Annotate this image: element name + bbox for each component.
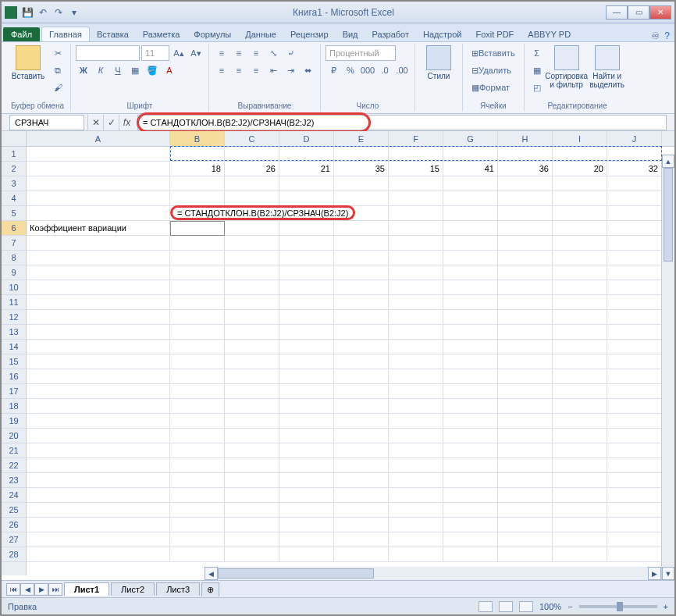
cell-E18[interactable] [334,399,389,414]
cell-I7[interactable] [553,236,607,251]
cell-F6[interactable] [389,221,443,236]
cell-B28[interactable] [170,547,225,562]
row-header-18[interactable]: 18 [2,399,26,414]
cell-D13[interactable] [279,325,334,340]
cell-A23[interactable] [27,473,170,488]
cell-G11[interactable] [443,295,498,310]
cell-G7[interactable] [443,236,498,251]
cell-B4[interactable] [170,191,225,206]
cell-B6[interactable] [170,221,225,236]
number-format-box[interactable]: Процентный [326,45,396,61]
cell-J15[interactable] [607,354,662,369]
cell-F14[interactable] [389,340,443,354]
cell-B20[interactable] [170,429,225,443]
scroll-left-button[interactable]: ◀ [205,567,218,580]
cell-C19[interactable] [225,414,279,429]
sheet-tab-1[interactable]: Лист1 [64,582,109,596]
cell-H24[interactable] [498,488,553,503]
cell-F27[interactable] [389,532,443,547]
find-select-button[interactable]: Найти и выделить [589,45,626,89]
row-header-23[interactable]: 23 [2,473,26,488]
enter-formula-button[interactable]: ✓ [103,115,119,130]
cell-B16[interactable] [170,369,225,384]
cell-C9[interactable] [225,265,279,280]
cell-B9[interactable] [170,265,225,280]
cell-B26[interactable] [170,518,225,532]
italic-button[interactable]: К [93,62,109,78]
cell-I21[interactable] [553,443,607,458]
tab-abbyy[interactable]: ABBYY PD [521,27,578,41]
cell-J25[interactable] [607,503,662,518]
cell-H18[interactable] [498,399,553,414]
cell-J19[interactable] [607,414,662,429]
cell-D1[interactable] [279,147,334,162]
align-right-button[interactable]: ≡ [248,62,264,78]
cell-E3[interactable] [334,176,389,191]
cell-J27[interactable] [607,532,662,547]
cell-B8[interactable] [170,251,225,265]
row-header-19[interactable]: 19 [2,414,26,429]
cell-G22[interactable] [443,458,498,473]
cell-J28[interactable] [607,547,662,562]
cell-C2[interactable]: 26 [225,162,279,176]
bold-button[interactable]: Ж [76,62,91,78]
cell-F16[interactable] [389,369,443,384]
cell-G18[interactable] [443,399,498,414]
wrap-text-button[interactable]: ⤶ [283,45,298,61]
cell-J2[interactable]: 32 [607,162,662,176]
format-painter-button[interactable]: 🖌 [50,80,66,95]
cell-F24[interactable] [389,488,443,503]
minimize-button[interactable]: — [606,5,628,20]
cell-D3[interactable] [279,176,334,191]
cell-D20[interactable] [279,429,334,443]
cell-B22[interactable] [170,458,225,473]
cell-D6[interactable] [279,221,334,236]
cell-G12[interactable] [443,310,498,325]
cell-G19[interactable] [443,414,498,429]
cell-G10[interactable] [443,280,498,295]
cell-G20[interactable] [443,429,498,443]
cell-E12[interactable] [334,310,389,325]
row-header-13[interactable]: 13 [2,325,26,340]
cell-H9[interactable] [498,265,553,280]
row-header-4[interactable]: 4 [2,191,26,206]
cell-A28[interactable] [27,547,170,562]
cell-A1[interactable] [27,147,170,162]
cell-C20[interactable] [225,429,279,443]
cell-H11[interactable] [498,295,553,310]
cell-D9[interactable] [279,265,334,280]
column-header-A[interactable]: A [27,131,170,146]
format-cells-button[interactable]: ▦ Формат [468,80,514,95]
cell-H21[interactable] [498,443,553,458]
cell-G14[interactable] [443,340,498,354]
help-icon[interactable]: ? [664,30,670,41]
save-button[interactable]: 💾 [20,5,34,20]
cell-E11[interactable] [334,295,389,310]
cell-A10[interactable] [27,280,170,295]
cell-J7[interactable] [607,236,662,251]
tab-developer[interactable]: Разработ [365,27,416,41]
cell-F21[interactable] [389,443,443,458]
cell-C16[interactable] [225,369,279,384]
cell-J16[interactable] [607,369,662,384]
comma-button[interactable]: 000 [360,62,375,78]
align-top-button[interactable]: ≡ [214,45,229,61]
paste-button[interactable]: Вставить [9,45,47,80]
cell-I18[interactable] [553,399,607,414]
autosum-button[interactable]: Σ [529,45,545,61]
scroll-up-button[interactable]: ▲ [662,155,674,168]
cell-G17[interactable] [443,384,498,399]
cell-I14[interactable] [553,340,607,354]
cell-A5[interactable] [27,206,170,221]
increase-font-button[interactable]: A▴ [171,45,187,61]
cell-A26[interactable] [27,518,170,532]
cell-G24[interactable] [443,488,498,503]
align-middle-button[interactable]: ≡ [231,45,247,61]
cell-D27[interactable] [279,532,334,547]
cell-E2[interactable]: 35 [334,162,389,176]
cell-F10[interactable] [389,280,443,295]
align-bottom-button[interactable]: ≡ [248,45,264,61]
row-header-6[interactable]: 6 [2,221,26,236]
row-header-17[interactable]: 17 [2,384,26,399]
cell-B25[interactable] [170,503,225,518]
